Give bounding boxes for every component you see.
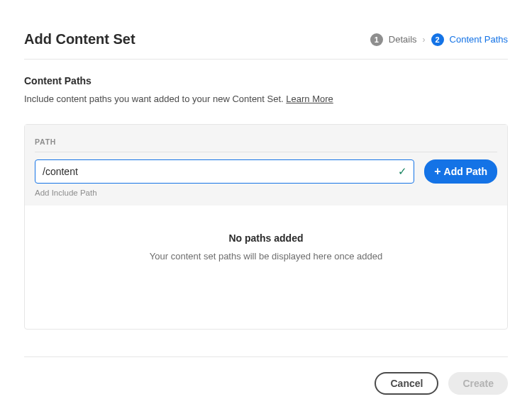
path-input[interactable] [35, 159, 414, 184]
footer-actions: Cancel Create [375, 372, 508, 395]
footer-divider [24, 356, 508, 357]
input-helper-text: Add Include Path [35, 189, 497, 197]
path-column-header: PATH [35, 137, 497, 146]
section-title: Content Paths [24, 75, 508, 86]
add-path-label: Add Path [444, 166, 487, 177]
step-2-badge: 2 [431, 33, 444, 46]
plus-icon: + [434, 166, 440, 177]
paths-card: PATH ✓ + Add Path Add Include Path No pa… [24, 124, 508, 330]
path-input-wrap: ✓ [35, 159, 414, 184]
path-input-area: PATH ✓ + Add Path Add Include Path [25, 125, 507, 206]
empty-state: No paths added Your content set paths wi… [25, 206, 507, 297]
chevron-right-icon: › [423, 35, 426, 45]
empty-subtitle: Your content set paths will be displayed… [39, 251, 493, 262]
empty-title: No paths added [39, 232, 493, 244]
divider [35, 152, 497, 152]
section-subtitle-text: Include content paths you want added to … [24, 94, 286, 104]
section-subtitle: Include content paths you want added to … [24, 94, 508, 104]
learn-more-link[interactable]: Learn More [286, 94, 333, 104]
create-button: Create [448, 372, 508, 395]
page-title: Add Content Set [24, 31, 135, 47]
step-1-badge: 1 [370, 33, 383, 46]
cancel-button[interactable]: Cancel [375, 372, 438, 395]
section-content-paths: Content Paths Include content paths you … [24, 60, 508, 330]
step-2-label[interactable]: Content Paths [450, 34, 508, 45]
step-1-label[interactable]: Details [389, 34, 417, 45]
add-path-button[interactable]: + Add Path [424, 159, 497, 184]
wizard-header: Add Content Set 1 Details › 2 Content Pa… [24, 31, 508, 60]
wizard-steps: 1 Details › 2 Content Paths [370, 33, 508, 46]
path-input-row: ✓ + Add Path [35, 159, 497, 184]
